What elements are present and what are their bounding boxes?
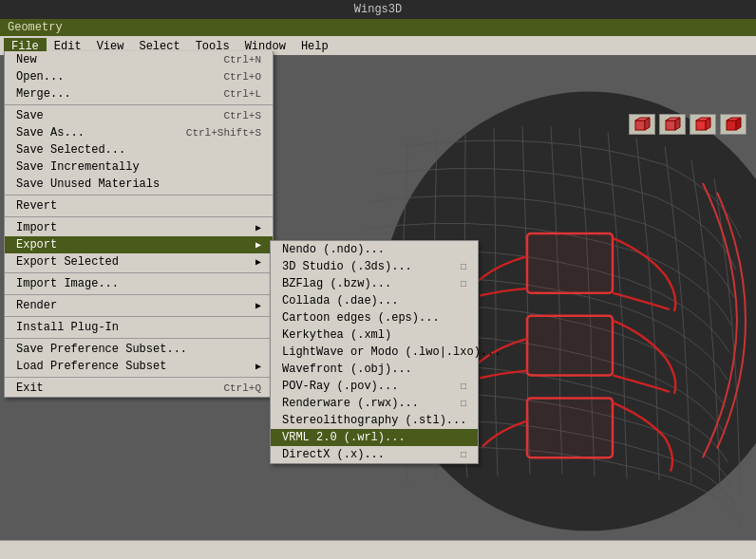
export-lightwave[interactable]: LightWave or Modo (.lwo|.lxo)... bbox=[271, 344, 478, 361]
export-collada-label: Collada (.dae)... bbox=[282, 294, 398, 307]
export-bzflag-label: BZFlag (.bzw)... bbox=[282, 277, 391, 290]
svg-rect-13 bbox=[527, 233, 613, 293]
menu-help[interactable]: Help bbox=[293, 38, 336, 55]
menu-item-open-shortcut: Ctrl+O bbox=[223, 71, 261, 83]
menu-item-export[interactable]: Export ▶ bbox=[5, 236, 273, 253]
export-arrow: ▶ bbox=[255, 239, 261, 251]
menu-item-save-incrementally[interactable]: Save Incrementally bbox=[5, 158, 273, 176]
export-povray-label: POV-Ray (.pov)... bbox=[282, 380, 398, 393]
export-directx-icon: □ bbox=[461, 450, 466, 460]
menu-item-save-label: Save bbox=[16, 109, 44, 122]
menu-item-save-as[interactable]: Save As... Ctrl+Shift+S bbox=[5, 124, 273, 141]
menu-item-new-shortcut: Ctrl+N bbox=[223, 54, 261, 65]
export-nendo[interactable]: Nendo (.ndo)... bbox=[271, 241, 478, 258]
menu-item-save-shortcut: Ctrl+S bbox=[223, 110, 261, 121]
geometry-label: Geometry bbox=[8, 21, 63, 34]
file-menu-dropdown: New Ctrl+N Open... Ctrl+O Merge... Ctrl+… bbox=[4, 51, 274, 398]
separator-5 bbox=[5, 294, 273, 295]
toolbar-icons bbox=[629, 114, 747, 135]
menu-item-save-incrementally-label: Save Incrementally bbox=[16, 160, 140, 174]
export-wavefront-label: Wavefront (.obj)... bbox=[282, 363, 412, 376]
menu-item-load-pref-label: Load Preference Subset bbox=[16, 360, 166, 373]
render-arrow: ▶ bbox=[255, 300, 261, 311]
menu-item-merge-shortcut: Ctrl+L bbox=[223, 88, 261, 100]
menu-item-save-pref[interactable]: Save Preference Subset... bbox=[5, 341, 273, 358]
svg-rect-3 bbox=[666, 121, 675, 130]
export-bzflag-icon: □ bbox=[461, 279, 466, 289]
menu-item-revert[interactable]: Revert bbox=[5, 197, 273, 214]
cube4-icon[interactable] bbox=[720, 114, 747, 135]
geometry-bar: Geometry bbox=[0, 19, 756, 36]
separator-8 bbox=[5, 377, 273, 378]
svg-rect-9 bbox=[727, 121, 736, 130]
menu-item-import-image[interactable]: Import Image... bbox=[5, 275, 273, 292]
menu-item-import-image-label: Import Image... bbox=[16, 277, 119, 290]
export-renderware-label: Renderware (.rwx)... bbox=[282, 397, 419, 410]
export-kerkythea-label: Kerkythea (.xml) bbox=[282, 328, 391, 342]
export-lightwave-label: LightWave or Modo (.lwo|.lxo)... bbox=[282, 345, 501, 359]
menu-item-export-selected[interactable]: Export Selected ▶ bbox=[5, 253, 273, 270]
separator-6 bbox=[5, 316, 273, 317]
cube3-icon[interactable] bbox=[690, 114, 716, 135]
export-3ds-icon: □ bbox=[461, 262, 466, 272]
menu-item-save-as-shortcut: Ctrl+Shift+S bbox=[186, 127, 261, 139]
menu-item-exit-shortcut: Ctrl+Q bbox=[223, 382, 261, 394]
menu-item-import[interactable]: Import ▶ bbox=[5, 219, 273, 236]
export-povray-icon: □ bbox=[461, 382, 466, 392]
menu-item-install-plugin[interactable]: Install Plug-In bbox=[5, 319, 273, 336]
separator-4 bbox=[5, 272, 273, 273]
menu-item-open[interactable]: Open... Ctrl+O bbox=[5, 68, 273, 85]
export-selected-arrow: ▶ bbox=[255, 256, 261, 268]
export-renderware-icon: □ bbox=[461, 399, 466, 409]
separator-2 bbox=[5, 195, 273, 196]
export-renderware[interactable]: Renderware (.rwx)... □ bbox=[271, 395, 478, 412]
export-stl[interactable]: Stereolithography (.stl)... bbox=[271, 412, 478, 429]
menu-item-save-selected-label: Save Selected... bbox=[16, 143, 125, 157]
menu-item-revert-label: Revert bbox=[16, 199, 57, 213]
svg-rect-15 bbox=[527, 399, 613, 458]
menu-item-open-label: Open... bbox=[16, 70, 64, 84]
separator-1 bbox=[5, 104, 273, 105]
svg-rect-6 bbox=[696, 121, 706, 130]
export-3ds[interactable]: 3D Studio (.3ds)... □ bbox=[271, 258, 478, 275]
menu-item-export-label: Export bbox=[16, 238, 57, 252]
cube-icon[interactable] bbox=[629, 114, 655, 135]
export-cartoon[interactable]: Cartoon edges (.eps)... bbox=[271, 309, 478, 326]
menu-item-render[interactable]: Render ▶ bbox=[5, 297, 273, 314]
export-collada[interactable]: Collada (.dae)... bbox=[271, 292, 478, 309]
cube2-icon[interactable] bbox=[659, 114, 686, 135]
export-stl-label: Stereolithography (.stl)... bbox=[282, 414, 466, 427]
menu-item-import-label: Import bbox=[16, 221, 57, 234]
menu-item-new-label: New bbox=[16, 53, 37, 66]
export-wavefront[interactable]: Wavefront (.obj)... bbox=[271, 361, 478, 378]
svg-rect-14 bbox=[527, 316, 613, 376]
export-3ds-label: 3D Studio (.3ds)... bbox=[282, 260, 412, 273]
export-bzflag[interactable]: BZFlag (.bzw)... □ bbox=[271, 275, 478, 292]
menu-item-save-unused-label: Save Unused Materials bbox=[16, 177, 160, 191]
menu-item-export-selected-label: Export Selected bbox=[16, 255, 119, 269]
menu-item-load-pref[interactable]: Load Preference Subset ▶ bbox=[5, 358, 273, 375]
export-vrml-label: VRML 2.0 (.wrl)... bbox=[282, 431, 406, 444]
menu-item-save-as-label: Save As... bbox=[16, 126, 85, 140]
svg-rect-0 bbox=[635, 121, 645, 130]
export-vrml[interactable]: VRML 2.0 (.wrl)... bbox=[271, 429, 478, 446]
export-submenu: Nendo (.ndo)... 3D Studio (.3ds)... □ BZ… bbox=[270, 240, 479, 464]
menu-item-merge-label: Merge... bbox=[16, 87, 71, 101]
export-kerkythea[interactable]: Kerkythea (.xml) bbox=[271, 326, 478, 344]
menu-item-render-label: Render bbox=[16, 299, 57, 312]
menu-item-install-plugin-label: Install Plug-In bbox=[16, 321, 119, 334]
menu-item-merge[interactable]: Merge... Ctrl+L bbox=[5, 85, 273, 102]
export-cartoon-label: Cartoon edges (.eps)... bbox=[282, 311, 440, 325]
menu-item-save-unused[interactable]: Save Unused Materials bbox=[5, 176, 273, 193]
menu-item-save-selected[interactable]: Save Selected... bbox=[5, 141, 273, 158]
title-bar: Wings3D bbox=[0, 0, 756, 19]
load-pref-arrow: ▶ bbox=[255, 361, 261, 372]
menu-item-exit[interactable]: Exit Ctrl+Q bbox=[5, 380, 273, 397]
menu-item-save-pref-label: Save Preference Subset... bbox=[16, 343, 187, 356]
menu-item-save[interactable]: Save Ctrl+S bbox=[5, 107, 273, 124]
menu-item-new[interactable]: New Ctrl+N bbox=[5, 51, 273, 68]
export-povray[interactable]: POV-Ray (.pov)... □ bbox=[271, 378, 478, 395]
separator-7 bbox=[5, 338, 273, 339]
export-directx[interactable]: DirectX (.x)... □ bbox=[271, 446, 478, 463]
app-title: Wings3D bbox=[354, 3, 402, 16]
